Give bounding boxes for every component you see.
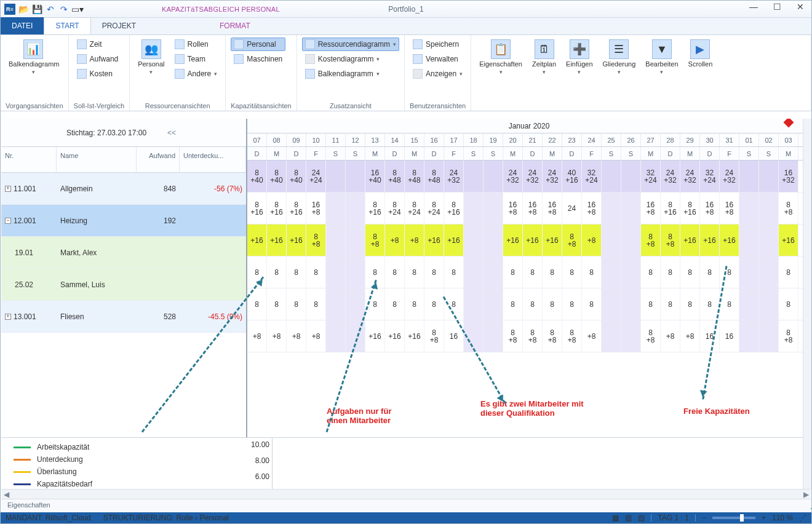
scrollen-button[interactable]: ▶Scrollen bbox=[685, 38, 716, 69]
grid-cell bbox=[621, 193, 641, 224]
balkendiagramm2-button[interactable]: Balkendiagramm bbox=[302, 67, 399, 81]
view-icon-3[interactable]: ▤ bbox=[638, 514, 645, 522]
rollen-button[interactable]: Rollen bbox=[172, 38, 221, 51]
zoom-slider[interactable] bbox=[712, 517, 755, 519]
dow-cell: D bbox=[523, 147, 543, 160]
tab-datei[interactable]: DATEI bbox=[1, 17, 44, 34]
grid-cell: 8+40 bbox=[247, 161, 267, 192]
grid-cell: 8+48 bbox=[385, 161, 405, 192]
save-icon[interactable]: 💾 bbox=[31, 4, 42, 15]
money-icon bbox=[77, 69, 87, 79]
grid-cell: 16+8 bbox=[306, 193, 326, 224]
window-dropdown-icon[interactable]: ▭▾ bbox=[72, 4, 83, 15]
scroll-right-icon[interactable]: ▶ bbox=[801, 490, 811, 499]
personal-icon: 👥 bbox=[141, 39, 161, 59]
redo-icon[interactable]: ↷ bbox=[58, 4, 70, 15]
day-cell: 20 bbox=[503, 133, 523, 146]
scroll-left-icon[interactable]: ◀ bbox=[1, 490, 11, 499]
zoom-tag[interactable]: TAG 1 : 1 bbox=[658, 514, 688, 522]
open-icon[interactable]: 📂 bbox=[18, 4, 29, 15]
team-icon bbox=[175, 54, 185, 64]
expand-icon[interactable]: − bbox=[5, 218, 11, 224]
tab-format[interactable]: FORMAT bbox=[209, 17, 261, 34]
day-cell: 08 bbox=[267, 133, 287, 146]
properties-bar[interactable]: Eigenschaften bbox=[1, 499, 811, 512]
vertical-scrollbar[interactable] bbox=[803, 119, 811, 489]
dow-cell: F bbox=[306, 147, 326, 160]
ressourcendiagramm-button[interactable]: Ressourcendiagramm bbox=[302, 38, 399, 51]
resize-grip-icon[interactable]: ⋰ bbox=[799, 514, 806, 522]
dow-cell: M bbox=[503, 147, 523, 160]
speichern-button[interactable]: Speichern bbox=[410, 38, 466, 51]
grid-cell: 16+8 bbox=[543, 193, 562, 224]
grid-cell: 8 bbox=[779, 288, 798, 320]
grid-cell bbox=[326, 256, 346, 288]
grid-cell: +8 bbox=[287, 320, 306, 352]
verwalten-button[interactable]: Verwalten bbox=[410, 52, 466, 66]
zoom-in-button[interactable]: + bbox=[762, 514, 766, 522]
aufwand-button[interactable]: Aufwand bbox=[74, 52, 122, 66]
eigenschaften-button[interactable]: 📋Eigenschaften bbox=[476, 38, 525, 77]
table-row[interactable]: 19.01Markt, Alex bbox=[1, 237, 246, 269]
dow-cell: S bbox=[602, 147, 621, 160]
horizontal-scrollbar[interactable]: ◀▶ bbox=[1, 489, 811, 499]
minimize-button[interactable]: — bbox=[746, 2, 761, 12]
grid-cell: 8 bbox=[779, 256, 798, 288]
table-row[interactable]: −12.001Heizung192 bbox=[1, 205, 246, 237]
grid-cell: 8+16 bbox=[680, 193, 700, 224]
tab-start[interactable]: START bbox=[44, 17, 90, 34]
col-name[interactable]: Name bbox=[57, 147, 137, 172]
close-button[interactable]: ✕ bbox=[793, 2, 808, 12]
col-nr[interactable]: Nr. bbox=[1, 147, 57, 172]
scroll-icon: ▶ bbox=[690, 39, 710, 59]
grid-cell: 24+32 bbox=[543, 161, 562, 192]
grid-cell bbox=[484, 161, 503, 192]
zeitplan-button[interactable]: 🗓Zeitplan bbox=[529, 38, 559, 77]
zeit-button[interactable]: Zeit bbox=[74, 38, 122, 51]
collapse-button[interactable]: << bbox=[162, 129, 181, 137]
andere-button[interactable]: Andere bbox=[172, 67, 221, 81]
dow-cell: F bbox=[582, 147, 602, 160]
dow-cell: S bbox=[326, 147, 346, 160]
zoom-out-button[interactable]: − bbox=[702, 514, 706, 522]
undo-icon[interactable]: ↶ bbox=[45, 4, 56, 15]
einfuegen-button[interactable]: ➕Einfügen bbox=[563, 38, 595, 77]
kostendiagramm-button[interactable]: Kostendiagramm bbox=[302, 52, 399, 66]
kosten-button[interactable]: Kosten bbox=[74, 67, 122, 81]
kap-maschinen-button[interactable]: Maschinen bbox=[231, 52, 285, 66]
table-row[interactable]: +11.001Allgemein848-56 (7%) bbox=[1, 173, 246, 205]
grid-cell bbox=[759, 256, 779, 288]
col-unterdeckung[interactable]: Unterdecku... bbox=[180, 147, 246, 172]
day-cell: 26 bbox=[621, 133, 641, 146]
dow-cell: M bbox=[680, 147, 700, 160]
table-row[interactable]: +13.001Fliesen528-45.5 (9%) bbox=[1, 301, 246, 333]
grid-cell: 8 bbox=[543, 288, 562, 320]
view-icon-2[interactable]: ▥ bbox=[625, 514, 632, 522]
grid-cell bbox=[739, 320, 759, 352]
kap-personal-button[interactable]: Personal bbox=[231, 38, 285, 51]
grid-cell: 8+16 bbox=[267, 193, 287, 224]
zoom-percent[interactable]: 110 % bbox=[772, 514, 793, 522]
grid-cell: 8 bbox=[700, 256, 720, 288]
table-row[interactable]: 25.02Sammel, Luis bbox=[1, 269, 246, 301]
dow-cell: M bbox=[641, 147, 661, 160]
team-button[interactable]: Team bbox=[172, 52, 221, 66]
grid-cell: +16 bbox=[365, 320, 385, 352]
view-icon-1[interactable]: ▦ bbox=[612, 514, 619, 522]
ribbon-tabs: DATEI START PROJEKT FORMAT bbox=[1, 18, 811, 35]
grid-cell: 8 bbox=[641, 256, 661, 288]
grid-cell: 16+8 bbox=[503, 193, 523, 224]
gliederung-button[interactable]: ☰Gliederung bbox=[600, 38, 639, 77]
balkendiagramm-button[interactable]: 📊Balkendiagramm bbox=[6, 38, 61, 77]
col-aufwand[interactable]: Aufwand bbox=[137, 147, 180, 172]
expand-icon[interactable]: + bbox=[5, 314, 11, 320]
day-cell: 14 bbox=[385, 133, 405, 146]
tab-projekt[interactable]: PROJEKT bbox=[91, 17, 147, 34]
expand-icon[interactable]: + bbox=[5, 186, 11, 192]
bearbeiten-button[interactable]: ▼Bearbeiten bbox=[642, 38, 681, 77]
maximize-button[interactable]: ☐ bbox=[770, 2, 784, 12]
grid-cell: 8+8 bbox=[365, 224, 385, 256]
anzeigen-button[interactable]: Anzeigen bbox=[410, 67, 466, 81]
personal-button[interactable]: 👥Personal bbox=[135, 38, 167, 77]
outline-icon: ☰ bbox=[609, 39, 629, 59]
